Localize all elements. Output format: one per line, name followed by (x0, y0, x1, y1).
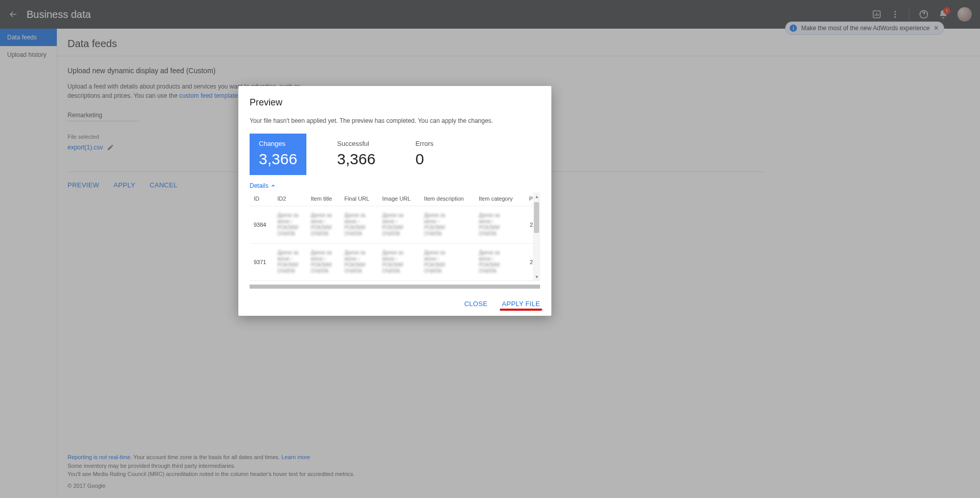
stat-value: 3,366 (259, 150, 297, 168)
cell-id: 9302 (250, 281, 273, 285)
col-image-url: Image URL (378, 192, 420, 206)
col-item-description: Item description (420, 192, 475, 206)
cell-id2: Дрехи зажени ›РОКЛИИОЧИЛА (273, 206, 306, 244)
cell-id: 9371 (250, 244, 273, 281)
stat-value: 0 (415, 150, 433, 168)
scroll-down-icon[interactable]: ▾ (534, 273, 539, 280)
cell-item-title: Дрехи зажени ›РОКЛИИОЧИЛА (306, 244, 340, 281)
stat-card-changes[interactable]: Changes 3,366 (250, 134, 306, 175)
col-id: ID (250, 192, 273, 206)
col-id2: ID2 (273, 192, 306, 206)
cell-id2: Дрехи зажени ›РОКЛИИОЧИЛА (273, 244, 306, 281)
cell-final-url: Дрехи зажени ›РОКЛИИОЧИЛА (340, 206, 378, 244)
preview-table: ID ID2 Item title Final URL Image URL It… (250, 192, 540, 285)
modal-apply-file-button[interactable]: APPLY FILE (502, 300, 540, 308)
preview-modal: Preview Your file hasn't been applied ye… (238, 86, 551, 316)
modal-subtitle: Your file hasn't been applied yet. The p… (250, 117, 540, 124)
table-row: 9371Дрехи зажени ›РОКЛИИОЧИЛАДрехи зажен… (250, 244, 540, 281)
cell-item-description: Дрехи зажени ›РОКЛИИОЧИЛА (420, 244, 475, 281)
stat-label: Errors (415, 140, 433, 147)
cell-image-url: Дрехи зажени ›РОКЛИИОЧИЛА (378, 281, 420, 285)
cell-item-category: Дрехи зажени ›РОКЛИИОЧИЛА (475, 206, 523, 244)
col-final-url: Final URL (340, 192, 378, 206)
preview-table-container: ID ID2 Item title Final URL Image URL It… (250, 192, 540, 285)
table-row: 9302Дрехи зажени ›РОКЛИИОЧИЛАДрехи зажен… (250, 281, 540, 285)
cell-item-category: Дрехи зажени ›РОКЛИИОЧИЛА (475, 281, 523, 285)
cell-final-url: Дрехи зажени ›РОКЛИИОЧИЛА (340, 281, 378, 285)
stat-card-successful[interactable]: Successful 3,366 (328, 134, 385, 175)
stat-value: 3,366 (337, 150, 375, 168)
table-header-row: ID ID2 Item title Final URL Image URL It… (250, 192, 540, 206)
cell-item-description: Дрехи зажени ›РОКЛИИОЧИЛА (420, 281, 475, 285)
details-toggle[interactable]: Details (250, 182, 540, 189)
table-row: 9384Дрехи зажени ›РОКЛИИОЧИЛАДрехи зажен… (250, 206, 540, 244)
cell-price: 57 (523, 281, 540, 285)
cell-final-url: Дрехи зажени ›РОКЛИИОЧИЛА (340, 244, 378, 281)
scrollbar-thumb[interactable] (534, 202, 539, 233)
vertical-scrollbar[interactable]: ▴ ▾ (533, 192, 540, 280)
scroll-up-icon[interactable]: ▴ (534, 192, 539, 200)
modal-title: Preview (250, 97, 540, 108)
cell-item-title: Дрехи зажени ›РОКЛИИОЧИЛА (306, 281, 340, 285)
stat-label: Changes (259, 140, 297, 147)
cell-item-description: Дрехи зажени ›РОКЛИИОЧИЛА (420, 206, 475, 244)
cell-item-category: Дрехи зажени ›РОКЛИИОЧИЛА (475, 244, 523, 281)
cell-id: 9384 (250, 206, 273, 244)
stat-card-errors[interactable]: Errors 0 (406, 134, 442, 175)
horizontal-scrollbar[interactable] (250, 285, 540, 289)
col-item-title: Item title (306, 192, 340, 206)
cell-image-url: Дрехи зажени ›РОКЛИИОЧИЛА (378, 206, 420, 244)
col-item-category: Item category (475, 192, 523, 206)
modal-close-button[interactable]: CLOSE (464, 300, 488, 308)
cell-image-url: Дрехи зажени ›РОКЛИИОЧИЛА (378, 244, 420, 281)
cell-id2: Дрехи зажени ›РОКЛИИОЧИЛА (273, 281, 306, 285)
details-label: Details (250, 182, 269, 189)
cell-item-title: Дрехи зажени ›РОКЛИИОЧИЛА (306, 206, 340, 244)
chevron-up-icon (271, 183, 276, 188)
stat-label: Successful (337, 140, 375, 147)
